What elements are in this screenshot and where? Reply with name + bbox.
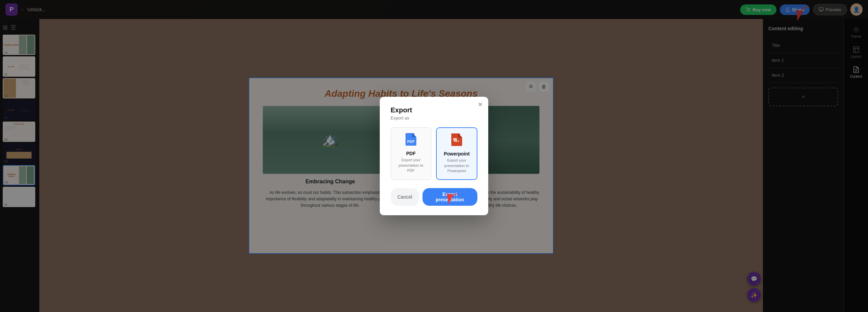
modal-title: Export: [391, 106, 477, 114]
ppt-option-title: Powerpoint: [441, 151, 473, 157]
modal-subtitle: Export as: [391, 115, 477, 121]
svg-text:PDF: PDF: [407, 140, 415, 144]
export-modal-overlay[interactable]: ✕ Export Export as PDF PDF Export your p…: [0, 0, 868, 312]
export-option-ppt[interactable]: PPT P Powerpoint Export your presentatio…: [436, 127, 477, 180]
cancel-button[interactable]: Cancel: [391, 188, 419, 206]
export-modal: ✕ Export Export as PDF PDF Export your p…: [380, 97, 488, 215]
modal-footer: Cancel Export presentation: [391, 188, 477, 206]
pdf-option-title: PDF: [395, 151, 427, 156]
ppt-option-desc: Export your presentation to Powerpoint: [441, 158, 473, 173]
svg-text:P: P: [454, 139, 456, 141]
export-presentation-button[interactable]: Export presentation: [422, 188, 477, 206]
pdf-option-desc: Export your presentation to PDF: [395, 158, 427, 173]
pdf-icon: PDF: [395, 133, 427, 148]
modal-close-button[interactable]: ✕: [478, 102, 483, 108]
export-option-pdf[interactable]: PDF PDF Export your presentation to PDF: [391, 127, 431, 180]
ppt-icon: PPT P: [441, 133, 473, 148]
export-options: PDF PDF Export your presentation to PDF …: [391, 127, 477, 180]
